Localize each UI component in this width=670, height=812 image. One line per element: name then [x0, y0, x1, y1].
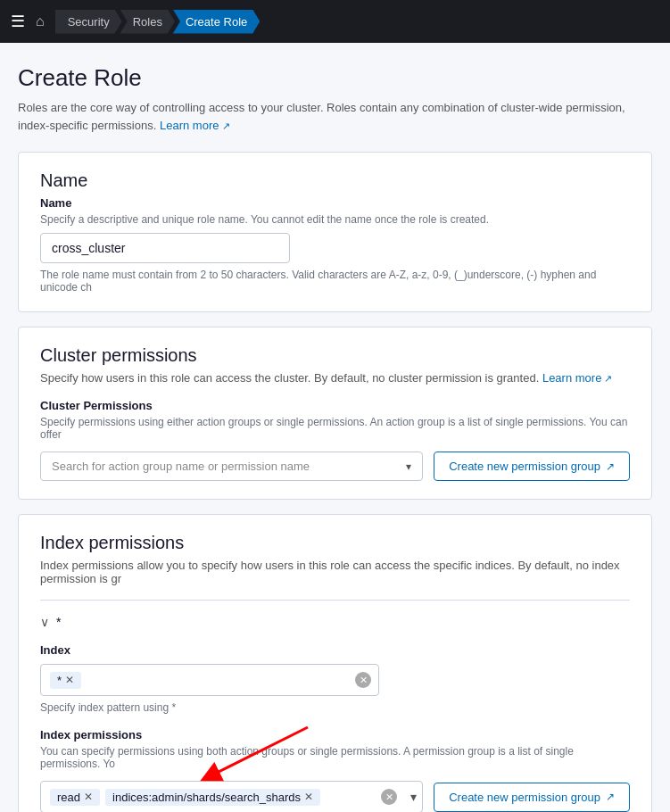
name-field-hint: The role name must contain from 2 to 50 … — [40, 269, 630, 294]
name-section: Name Name Specify a descriptive and uniq… — [18, 152, 652, 312]
index-clear-all-btn[interactable]: ✕ — [355, 672, 371, 688]
role-name-input[interactable] — [40, 233, 290, 263]
external-link-icon: ↗ — [606, 460, 615, 473]
page-title: Create Role — [18, 64, 652, 92]
index-tag-star-close[interactable]: ✕ — [65, 674, 74, 686]
index-create-permission-btn[interactable]: Create new permission group ↗ — [434, 783, 630, 812]
home-icon[interactable]: ⌂ — [36, 13, 45, 29]
topbar: ☰ ⌂ Security Roles Create Role — [0, 0, 670, 43]
index-perm-tag-shards: indices:admin/shards/search_shards ✕ — [105, 789, 320, 806]
index-star-label: * — [56, 615, 61, 629]
name-section-title: Name — [40, 170, 630, 191]
breadcrumb: Security Roles Create Role — [55, 10, 261, 34]
cluster-permissions-row: Search for action group name or permissi… — [40, 452, 630, 481]
cluster-permissions-section: Cluster permissions Specify how users in… — [18, 327, 652, 500]
specify-hint: Specify index pattern using * — [40, 701, 630, 714]
cluster-field-desc: Specify permissions using either action … — [40, 416, 630, 441]
cluster-search-placeholder: Search for action group name or permissi… — [52, 460, 310, 473]
page-description: Roles are the core way of controlling ac… — [18, 99, 652, 134]
index-permissions-section: Index permissions Index permissions allo… — [18, 514, 652, 812]
index-permissions-title: Index permissions — [40, 533, 630, 553]
cluster-permissions-desc: Specify how users in this role can acces… — [40, 371, 630, 385]
breadcrumb-roles[interactable]: Roles — [120, 10, 175, 34]
index-field-label: Index — [40, 643, 630, 657]
index-perm-tag-shards-close[interactable]: ✕ — [304, 791, 313, 803]
index-permissions-desc: Index permissions allow you to specify h… — [40, 559, 630, 585]
index-tag-input[interactable]: * ✕ ✕ — [40, 664, 379, 696]
breadcrumb-security[interactable]: Security — [55, 10, 122, 34]
menu-icon[interactable]: ☰ — [11, 12, 25, 31]
name-field-label: Name — [40, 196, 630, 210]
index-permissions-label: Index permissions — [40, 728, 630, 742]
index-header-row: ∨ * — [40, 615, 630, 629]
chevron-down-icon: ▾ — [406, 460, 411, 473]
index-create-btn-label: Create new permission group — [449, 791, 600, 804]
index-external-link-icon: ↗ — [606, 791, 615, 803]
cluster-search-select[interactable]: Search for action group name or permissi… — [40, 452, 423, 481]
name-field-desc: Specify a descriptive and unique role na… — [40, 213, 630, 226]
cluster-field-label: Cluster Permissions — [40, 399, 630, 412]
page-learn-more-link[interactable]: Learn more — [160, 119, 230, 132]
cluster-permissions-title: Cluster permissions — [40, 345, 630, 366]
collapse-icon[interactable]: ∨ — [40, 615, 49, 629]
index-perm-clear-btn[interactable]: ✕ — [381, 789, 397, 805]
cluster-create-permission-btn[interactable]: Create new permission group ↗ — [434, 452, 630, 481]
index-permissions-tag-input[interactable]: read ✕ indices:admin/shards/search_shard… — [40, 781, 423, 812]
breadcrumb-create-role[interactable]: Create Role — [173, 10, 260, 34]
index-tag-star: * ✕ — [50, 672, 81, 689]
index-permissions-row: read ✕ indices:admin/shards/search_shard… — [40, 781, 630, 812]
index-perm-tag-read-close[interactable]: ✕ — [84, 791, 93, 803]
index-perm-tag-read: read ✕ — [50, 789, 100, 806]
cluster-create-btn-label: Create new permission group — [449, 460, 600, 473]
index-perm-dropdown-btn[interactable]: ▾ — [410, 790, 417, 804]
cluster-learn-more-link[interactable]: Learn more — [542, 371, 613, 385]
index-permissions-subdesc: You can specify permissions using both a… — [40, 745, 630, 770]
page-content: Create Role Roles are the core way of co… — [0, 43, 670, 812]
